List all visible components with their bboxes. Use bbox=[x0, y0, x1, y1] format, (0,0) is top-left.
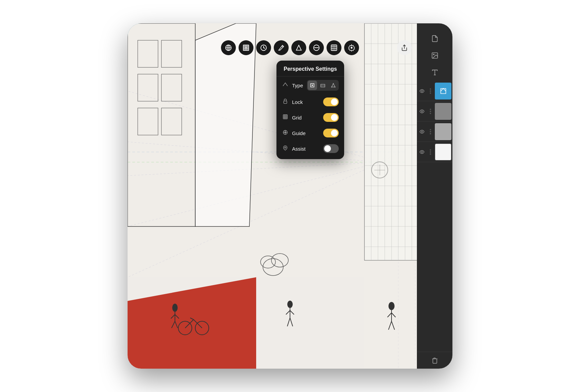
lock-toggle-thumb bbox=[331, 99, 338, 105]
type-icon bbox=[282, 82, 289, 89]
layer-thumbnail[interactable] bbox=[435, 103, 451, 120]
guide-toggle-thumb bbox=[331, 130, 338, 136]
assist-toggle[interactable] bbox=[323, 144, 339, 153]
svg-point-125 bbox=[421, 151, 423, 153]
layer-visibility-btn[interactable] bbox=[417, 129, 427, 134]
assist-icon bbox=[282, 145, 289, 152]
trash-button[interactable] bbox=[417, 352, 452, 369]
svg-rect-93 bbox=[331, 45, 337, 51]
settings-button[interactable] bbox=[344, 40, 359, 55]
svg-rect-77 bbox=[247, 48, 249, 50]
layer-visibility-btn[interactable] bbox=[417, 89, 427, 93]
lock-icon bbox=[282, 99, 289, 105]
guide-label: Guide bbox=[292, 130, 320, 136]
layer-thumbnail[interactable] bbox=[435, 144, 451, 160]
brush-button[interactable] bbox=[274, 40, 289, 55]
type-selector bbox=[307, 80, 339, 91]
layer-options-btn[interactable] bbox=[427, 149, 434, 155]
svg-point-104 bbox=[331, 87, 332, 88]
panel-doc-button[interactable] bbox=[426, 30, 443, 47]
panel-text-button[interactable] bbox=[426, 64, 443, 81]
guide-icon bbox=[282, 130, 289, 136]
transform-button[interactable] bbox=[221, 40, 236, 55]
grid-toggle-thumb bbox=[331, 114, 338, 121]
svg-point-123 bbox=[421, 111, 423, 112]
lock-toggle[interactable] bbox=[323, 97, 339, 106]
smudge-button[interactable] bbox=[291, 40, 306, 55]
svg-rect-74 bbox=[243, 45, 245, 47]
svg-point-89 bbox=[263, 47, 264, 48]
type-btn-1point[interactable] bbox=[308, 81, 317, 90]
perspective-settings-popup: Perspective Settings Type bbox=[276, 61, 344, 159]
svg-rect-76 bbox=[243, 48, 245, 50]
type-label: Type bbox=[292, 83, 304, 88]
layer-options-btn[interactable] bbox=[427, 129, 434, 134]
share-button[interactable] bbox=[397, 40, 412, 55]
toolbar bbox=[221, 40, 359, 55]
svg-point-106 bbox=[333, 83, 334, 84]
layer-thumbnail[interactable] bbox=[435, 83, 451, 100]
layers-container bbox=[417, 81, 452, 352]
guide-row: Guide bbox=[276, 125, 344, 141]
type-btn-3point[interactable] bbox=[329, 81, 338, 90]
layer-row bbox=[417, 81, 452, 101]
layer-row bbox=[417, 142, 452, 162]
svg-point-117 bbox=[285, 147, 286, 148]
timelapse-button[interactable] bbox=[256, 40, 271, 55]
assist-label: Assist bbox=[292, 146, 320, 152]
svg-point-98 bbox=[351, 47, 353, 49]
svg-point-122 bbox=[421, 90, 423, 92]
grid-icon bbox=[282, 114, 289, 121]
svg-rect-107 bbox=[284, 101, 287, 103]
svg-rect-108 bbox=[283, 115, 287, 119]
layer-options-btn[interactable] bbox=[427, 109, 434, 114]
svg-point-119 bbox=[433, 54, 434, 55]
assist-toggle-thumb bbox=[324, 145, 331, 152]
panel-image-button[interactable] bbox=[426, 47, 443, 64]
guide-toggle[interactable] bbox=[323, 129, 339, 137]
type-btn-2point[interactable] bbox=[318, 81, 328, 90]
device-frame: Perspective Settings Type bbox=[128, 23, 452, 369]
type-row: Type bbox=[276, 77, 344, 94]
svg-point-101 bbox=[312, 85, 313, 86]
grid-button[interactable] bbox=[239, 40, 253, 55]
svg-point-124 bbox=[421, 131, 423, 132]
grid-row: Grid bbox=[276, 110, 344, 125]
lock-label: Lock bbox=[292, 99, 320, 105]
svg-rect-75 bbox=[247, 45, 249, 47]
right-panel bbox=[417, 23, 452, 369]
grid-label: Grid bbox=[292, 115, 320, 121]
layers-button[interactable] bbox=[327, 40, 341, 55]
assist-row: Assist bbox=[276, 141, 344, 156]
crosshair-target bbox=[371, 161, 388, 178]
popup-title: Perspective Settings bbox=[276, 66, 344, 77]
svg-point-105 bbox=[335, 87, 336, 88]
layer-visibility-btn[interactable] bbox=[417, 150, 427, 154]
canvas-area: Perspective Settings Type bbox=[128, 23, 452, 369]
layer-options-btn[interactable] bbox=[427, 88, 434, 94]
layer-thumbnail[interactable] bbox=[435, 123, 451, 140]
layer-visibility-btn[interactable] bbox=[417, 109, 427, 114]
grid-toggle[interactable] bbox=[323, 113, 339, 122]
lock-row: Lock bbox=[276, 94, 344, 110]
layer-row bbox=[417, 101, 452, 122]
erase-button[interactable] bbox=[309, 40, 324, 55]
layer-row bbox=[417, 122, 452, 142]
